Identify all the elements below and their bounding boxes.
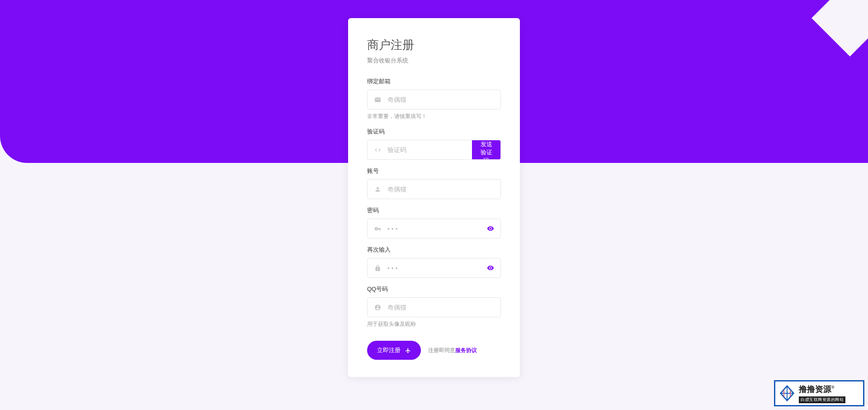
plane-icon [405, 348, 411, 353]
qq-label: QQ号码 [367, 285, 501, 293]
qq-helper: 用于获取头像及昵称 [367, 320, 501, 328]
confirm-input[interactable] [387, 258, 481, 277]
confirm-label: 再次输入 [367, 246, 501, 254]
badge-text: 撸撸资源® 白嫖互联网资源的网站 [799, 384, 859, 403]
key-icon [368, 219, 387, 238]
code-icon [368, 140, 387, 159]
password-input[interactable] [387, 219, 481, 238]
register-button-label: 立即注册 [377, 346, 401, 354]
email-label: 绑定邮箱 [367, 77, 501, 86]
account-label: 账号 [367, 167, 501, 175]
badge-title: 撸撸资源® [799, 384, 859, 395]
confirm-eye-icon[interactable] [481, 258, 500, 277]
code-label: 验证码 [367, 128, 501, 136]
code-input-wrap: 发送验证码 [367, 140, 501, 160]
password-eye-icon[interactable] [481, 219, 500, 238]
register-card: 商户注册 聚合收银台系统 绑定邮箱 非常重要，请慎重填写！ 验证码 发送验证码 … [348, 18, 520, 377]
confirm-group: 再次输入 [367, 246, 501, 278]
account-input[interactable] [387, 180, 500, 199]
user-icon [368, 180, 387, 199]
action-row: 立即注册 注册即同意服务协议 [367, 341, 501, 360]
badge-registered-mark: ® [831, 385, 835, 390]
card-subtitle: 聚合收银台系统 [367, 57, 501, 65]
badge-logo-icon [779, 385, 795, 401]
person-circle-icon [368, 298, 387, 317]
email-input-wrap [367, 90, 501, 110]
account-group: 账号 [367, 167, 501, 199]
account-input-wrap [367, 179, 501, 199]
agree-text: 注册即同意服务协议 [428, 347, 477, 354]
email-icon [368, 90, 387, 109]
register-button[interactable]: 立即注册 [367, 341, 421, 360]
lock-icon [368, 258, 387, 277]
email-group: 绑定邮箱 非常重要，请慎重填写！ [367, 77, 501, 120]
code-group: 验证码 发送验证码 [367, 128, 501, 160]
confirm-input-wrap [367, 258, 501, 278]
password-label: 密码 [367, 206, 501, 215]
site-badge: 撸撸资源® 白嫖互联网资源的网站 [774, 380, 864, 406]
qq-input[interactable] [387, 298, 500, 317]
send-code-button[interactable]: 发送验证码 [472, 140, 500, 159]
badge-subtitle: 白嫖互联网资源的网站 [799, 396, 845, 403]
badge-title-text: 撸撸资源 [799, 385, 831, 394]
qq-input-wrap [367, 297, 501, 317]
service-agreement-link[interactable]: 服务协议 [455, 347, 477, 353]
email-input[interactable] [387, 90, 500, 109]
agree-prefix: 注册即同意 [428, 347, 455, 353]
qq-group: QQ号码 用于获取头像及昵称 [367, 285, 501, 328]
password-input-wrap [367, 219, 501, 238]
code-input[interactable] [387, 140, 472, 159]
card-title: 商户注册 [367, 37, 501, 53]
password-group: 密码 [367, 206, 501, 238]
email-helper: 非常重要，请慎重填写！ [367, 113, 501, 120]
